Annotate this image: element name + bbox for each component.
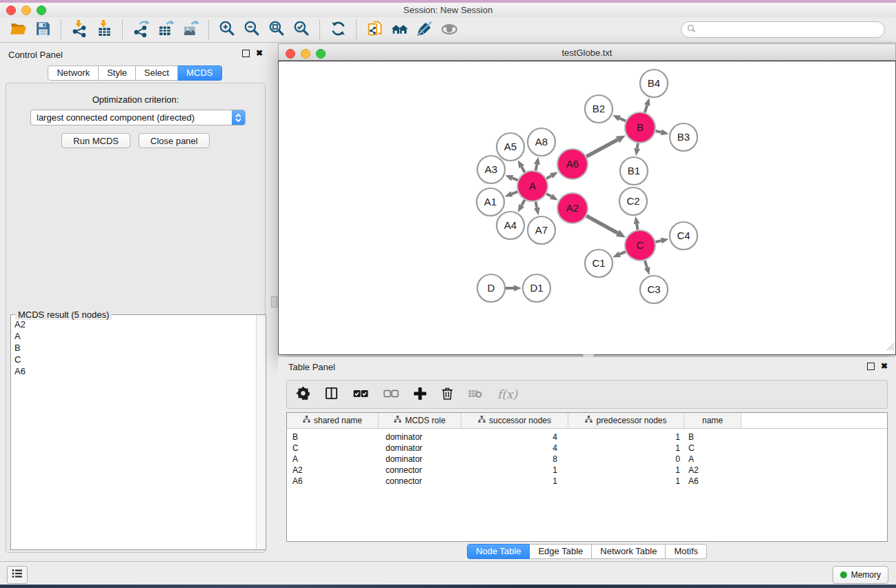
- zoom-fit-icon: [268, 20, 286, 39]
- node-C2[interactable]: C2: [619, 187, 647, 215]
- node-C4[interactable]: C4: [670, 222, 697, 250]
- table-settings-button[interactable]: [297, 387, 310, 402]
- result-item[interactable]: A: [11, 330, 256, 342]
- node-label: C3: [647, 283, 660, 295]
- node-A1[interactable]: A1: [477, 188, 504, 216]
- export-network-button[interactable]: [128, 19, 153, 40]
- edge-C-C4: [655, 241, 661, 242]
- zoom-in-button[interactable]: [215, 19, 239, 40]
- network-canvas[interactable]: B4B2BB3A8A5A6A3B1AA1C2A2A4A7C4CC1DD1C3: [278, 61, 896, 355]
- home-button[interactable]: [387, 19, 412, 40]
- export-table-button[interactable]: [153, 19, 178, 40]
- new-network-from-selection-button[interactable]: [362, 19, 387, 40]
- node-B4[interactable]: B4: [640, 70, 668, 97]
- tab-select[interactable]: Select: [136, 65, 178, 81]
- zoom-out-button[interactable]: [239, 19, 264, 40]
- table-row[interactable]: A2connector11A2: [287, 465, 887, 476]
- deselect-all-button[interactable]: [384, 389, 399, 400]
- plus-icon: [414, 387, 426, 402]
- node-A4[interactable]: A4: [497, 212, 524, 239]
- export-image-button[interactable]: [178, 19, 203, 40]
- result-item[interactable]: B: [11, 342, 256, 354]
- column-header-name[interactable]: name: [684, 413, 741, 428]
- node-C1[interactable]: C1: [585, 250, 613, 277]
- node-A3[interactable]: A3: [477, 156, 505, 183]
- save-session-button[interactable]: [30, 19, 55, 40]
- float-table-panel-icon[interactable]: [867, 363, 875, 370]
- node-A6[interactable]: A6: [557, 149, 588, 179]
- add-column-button[interactable]: [414, 387, 426, 402]
- column-header-shared-name[interactable]: shared name: [287, 413, 379, 428]
- node-A8[interactable]: A8: [528, 128, 555, 156]
- tab-mcds[interactable]: MCDS: [178, 65, 221, 81]
- node-A2[interactable]: A2: [557, 193, 588, 223]
- control-panel-title: Control Panel: [8, 50, 63, 60]
- show-details-button[interactable]: [437, 19, 461, 40]
- node-D1[interactable]: D1: [523, 274, 550, 302]
- run-mcds-button[interactable]: Run MCDS: [61, 133, 130, 148]
- graphics-details-button[interactable]: [412, 19, 437, 40]
- node-B3[interactable]: B3: [670, 123, 697, 151]
- optimization-criterion-label: Optimization criterion:: [6, 94, 265, 105]
- memory-button[interactable]: Memory: [833, 566, 888, 584]
- table-row[interactable]: Bdominator41B: [287, 432, 887, 443]
- result-item[interactable]: A2: [11, 318, 256, 330]
- tab-node-table[interactable]: Node Table: [467, 544, 530, 559]
- close-panel-button[interactable]: Close panel: [139, 133, 210, 148]
- table-delete-icon: [468, 389, 482, 401]
- close-table-panel-icon[interactable]: ✖: [881, 363, 888, 370]
- zoom-fit-button[interactable]: [264, 19, 289, 40]
- column-label: MCDS role: [405, 416, 446, 425]
- tab-network[interactable]: Network: [48, 65, 99, 81]
- result-scrollbar[interactable]: [256, 315, 266, 549]
- resize-grip-icon[interactable]: [886, 341, 895, 354]
- optimization-criterion-select[interactable]: largest connected component (directed): [30, 110, 246, 125]
- import-network-button[interactable]: [67, 19, 92, 40]
- zoom-selected-button[interactable]: [289, 19, 314, 40]
- open-session-button[interactable]: [6, 19, 30, 40]
- splitter-handle[interactable]: [271, 296, 277, 307]
- pen-slash-icon: [416, 20, 433, 39]
- result-item[interactable]: C: [11, 354, 256, 365]
- tab-edge-table[interactable]: Edge Table: [530, 544, 592, 559]
- table-row[interactable]: Cdominator41C: [287, 443, 887, 454]
- column-visibility-button[interactable]: [325, 387, 338, 402]
- result-item[interactable]: A6: [11, 365, 256, 377]
- node-B2[interactable]: B2: [585, 95, 613, 123]
- table-cell: dominator: [379, 443, 461, 453]
- network-graph: B4B2BB3A8A5A6A3B1AA1C2A2A4A7C4CC1DD1C3: [279, 61, 895, 354]
- node-D[interactable]: D: [477, 274, 505, 302]
- table-header-row: shared nameMCDS rolesuccessor nodesprede…: [287, 413, 887, 429]
- task-history-button[interactable]: [7, 566, 28, 584]
- vertical-splitter[interactable]: [270, 43, 278, 561]
- edge-A-A2: [546, 194, 551, 196]
- tab-style[interactable]: Style: [99, 65, 136, 81]
- tab-motifs[interactable]: Motifs: [666, 544, 707, 559]
- edge-arrowhead: [634, 148, 640, 156]
- select-all-button[interactable]: [353, 389, 368, 400]
- node-C3[interactable]: C3: [640, 276, 668, 303]
- search-input[interactable]: [699, 24, 879, 35]
- node-B1[interactable]: B1: [620, 157, 648, 185]
- column-header-MCDS-role[interactable]: MCDS role: [379, 413, 461, 428]
- apply-layout-button[interactable]: [326, 19, 350, 40]
- table-cell: A6: [287, 476, 379, 486]
- float-panel-icon[interactable]: [242, 50, 250, 57]
- node-A7[interactable]: A7: [528, 216, 555, 244]
- column-header-predecessor-nodes[interactable]: predecessor nodes: [568, 413, 684, 428]
- table-cell: 1: [461, 476, 568, 486]
- close-panel-icon[interactable]: ✖: [256, 50, 263, 57]
- import-table-button[interactable]: [92, 19, 117, 40]
- node-C[interactable]: C: [625, 230, 655, 261]
- delete-column-button[interactable]: [441, 387, 453, 402]
- node-A[interactable]: A: [517, 171, 548, 201]
- node-B[interactable]: B: [625, 112, 655, 143]
- node-A5[interactable]: A5: [497, 133, 524, 161]
- table-row[interactable]: Adominator80A: [287, 454, 887, 465]
- table-row[interactable]: A6connector11A6: [287, 476, 887, 487]
- tab-network-table[interactable]: Network Table: [592, 544, 666, 559]
- column-header-successor-nodes[interactable]: successor nodes: [461, 413, 568, 428]
- search-field[interactable]: [681, 21, 885, 38]
- zoom-out-icon: [243, 20, 261, 39]
- node-table[interactable]: shared nameMCDS rolesuccessor nodesprede…: [286, 412, 888, 542]
